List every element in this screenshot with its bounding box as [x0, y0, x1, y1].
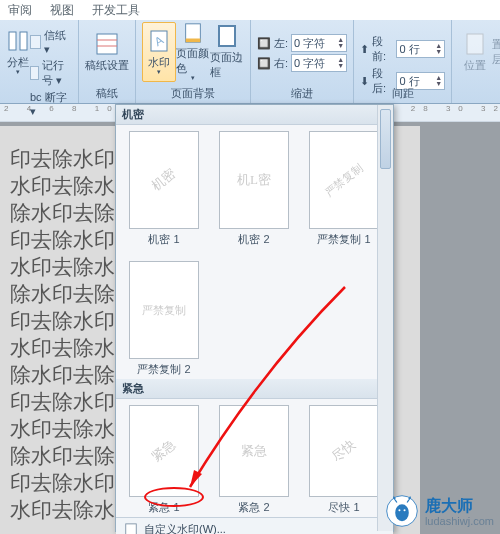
svg-rect-11	[126, 523, 137, 534]
spacing-before-label: ⬆	[360, 43, 369, 56]
indent-left-spinner[interactable]: 0 字符▲▼	[291, 34, 347, 52]
ribbon-group-arrange: 位置 置于顶层	[452, 20, 500, 103]
svg-point-19	[403, 509, 405, 511]
brand-name: 鹿大师	[425, 497, 473, 514]
manuscript-label: 稿纸设置	[85, 58, 129, 73]
watermark-thumb-confidential-2[interactable]: 机L密机密 2	[216, 131, 292, 247]
ribbon-group-columns: 分栏 ▾ 信纸 ▾ 记行号 ▾ bc 断字 ▾	[0, 20, 79, 103]
menu-review[interactable]: 审阅	[8, 2, 32, 19]
chevron-down-icon: ▾	[157, 68, 161, 76]
watermark-thumb-nocopy-2[interactable]: 严禁复制严禁复制 2	[126, 261, 202, 377]
svg-rect-8	[186, 39, 201, 43]
letter-paper-item[interactable]: 信纸 ▾	[30, 28, 68, 56]
brand-domain: ludashiwj.com	[425, 515, 494, 527]
gallery-category-confidential: 机密	[116, 105, 393, 125]
svg-rect-0	[9, 32, 16, 50]
ribbon-group-indent: 🔲左:0 字符▲▼ 🔲右:0 字符▲▼ 缩进	[251, 20, 354, 103]
group-label-spacing: 间距	[354, 86, 451, 101]
svg-rect-9	[219, 26, 235, 46]
position-button: 位置	[458, 22, 492, 82]
svg-rect-10	[467, 34, 483, 54]
watermark-thumb-urgent-1[interactable]: 紧急紧急 1	[126, 405, 202, 515]
ribbon: 分栏 ▾ 信纸 ▾ 记行号 ▾ bc 断字 ▾ 稿纸设置 稿纸 A 水印 ▾	[0, 20, 500, 104]
menu-view[interactable]: 视图	[50, 2, 74, 19]
indent-right-text: 右:	[274, 56, 288, 71]
group-label-pagebg: 页面背景	[136, 86, 250, 101]
custom-watermark-item[interactable]: 自定义水印(W)...	[116, 518, 393, 534]
chevron-down-icon: ▾	[191, 74, 195, 82]
page-border-label: 页面边框	[210, 50, 244, 80]
gallery-footer: 自定义水印(W)... 删除水印(R) 将所选内容保存到水印库(S)...	[116, 517, 393, 534]
menu-devtools[interactable]: 开发工具	[92, 2, 140, 19]
watermark-thumb-asap-1[interactable]: 尽快尽快 1	[306, 405, 382, 515]
watermark-gallery: 机密 机密机密 1 机L密机密 2 严禁复制严禁复制 1 严禁复制严禁复制 2 …	[115, 104, 394, 532]
hyphenation-item[interactable]: bc 断字 ▾	[30, 90, 68, 118]
manuscript-settings-button[interactable]: 稿纸设置	[85, 22, 129, 82]
ribbon-group-spacing: ⬆段前:0 行▲▼ ⬇段后:0 行▲▼ 间距	[354, 20, 452, 103]
spacing-before-text: 段前:	[372, 34, 393, 64]
svg-rect-1	[20, 32, 27, 50]
indent-right-label: 🔲	[257, 57, 271, 70]
line-number-item[interactable]: 记行号 ▾	[30, 58, 68, 88]
indent-left-text: 左:	[274, 36, 288, 51]
page-color-button[interactable]: 页面颜色 ▾	[176, 22, 210, 82]
indent-left-label: 🔲	[257, 37, 271, 50]
gallery-category-urgent: 紧急	[116, 379, 393, 399]
chevron-down-icon: ▾	[16, 68, 20, 76]
watermark-thumb-nocopy-1[interactable]: 严禁复制严禁复制 1	[306, 131, 382, 247]
group-label-indent: 缩进	[251, 86, 353, 101]
watermark-thumb-confidential-1[interactable]: 机密机密 1	[126, 131, 202, 247]
page-color-label: 页面颜色	[176, 46, 210, 76]
svg-point-17	[395, 504, 409, 521]
bring-front-button: 置于顶层	[492, 22, 500, 82]
svg-rect-2	[97, 34, 117, 54]
ribbon-group-page-background: A 水印 ▾ 页面颜色 ▾ 页面边框 页面背景	[136, 20, 251, 103]
columns-button[interactable]: 分栏 ▾	[6, 22, 30, 82]
watermark-button[interactable]: A 水印 ▾	[142, 22, 176, 82]
svg-point-18	[398, 509, 400, 511]
page-icon	[124, 523, 138, 535]
scrollbar-thumb[interactable]	[380, 109, 391, 169]
gallery-scrollbar[interactable]	[377, 105, 393, 531]
indent-right-spinner[interactable]: 0 字符▲▼	[291, 54, 347, 72]
ribbon-group-manuscript: 稿纸设置 稿纸	[79, 20, 136, 103]
group-label-manuscript: 稿纸	[79, 86, 135, 101]
spacing-before-spinner[interactable]: 0 行▲▼	[396, 40, 445, 58]
page-border-button[interactable]: 页面边框	[210, 22, 244, 82]
menu-bar: 审阅 视图 开发工具	[0, 0, 500, 20]
deer-icon	[385, 494, 419, 528]
brand-watermark: 鹿大师 ludashiwj.com	[385, 494, 494, 528]
watermark-thumb-urgent-2[interactable]: 紧急紧急 2	[216, 405, 292, 515]
